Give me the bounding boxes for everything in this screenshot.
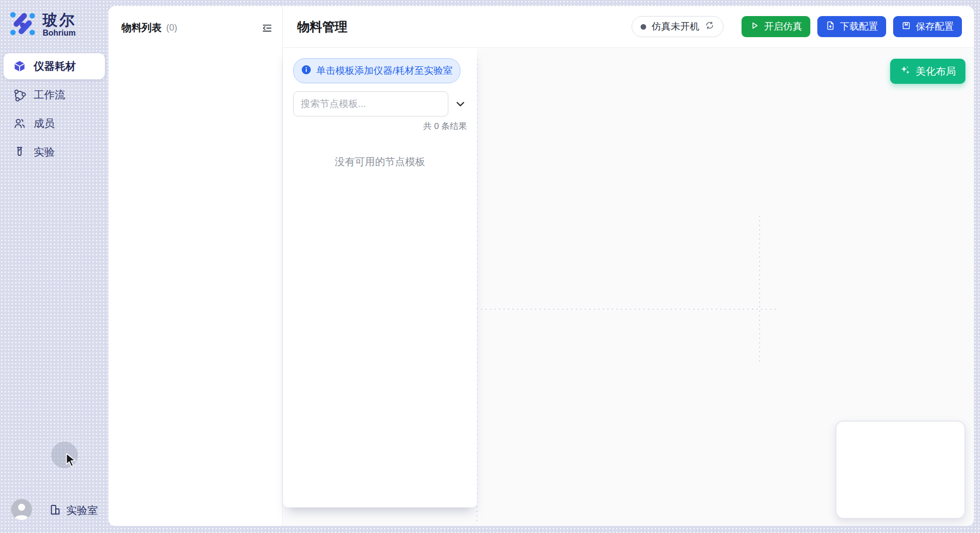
info-icon (301, 65, 311, 77)
play-icon (750, 21, 760, 33)
save-config-label: 保存配置 (916, 20, 954, 33)
template-hint-banner: 单击模板添加仪器/耗材至实验室 (293, 58, 460, 83)
cube-icon (13, 60, 26, 73)
status-dot (641, 24, 646, 30)
start-simulation-button[interactable]: 开启仿真 (742, 16, 810, 37)
status-label: 仿真未开机 (652, 20, 699, 33)
members-icon (13, 117, 26, 130)
beautify-layout-button[interactable]: 美化布局 (890, 59, 965, 84)
building-icon (49, 503, 62, 518)
template-search-row (293, 91, 467, 116)
node-template-panel: 单击模板添加仪器/耗材至实验室 共 0 条结果 没有可用的节点模板 (283, 48, 477, 507)
brand-name-zh: 玻尔 (43, 12, 76, 29)
sidebar-item-instruments[interactable]: 仪器耗材 (4, 53, 105, 79)
result-count: 共 0 条结果 (293, 120, 467, 132)
sidebar-item-label: 实验 (34, 145, 55, 159)
materials-list-title: 物料列表 (121, 21, 162, 35)
materials-list-header: 物料列表 (0) (108, 6, 282, 35)
refresh-icon[interactable] (705, 21, 714, 33)
canvas-guide-vertical (759, 216, 760, 361)
sidebar-bottom: 实验室 (0, 499, 108, 522)
page-title: 物料管理 (297, 19, 347, 35)
main-region: 物料管理 仿真未开机 (283, 6, 974, 526)
sidebar-item-experiments[interactable]: 实验 (4, 139, 105, 165)
sparkles-icon (900, 65, 911, 78)
lab-label: 实验室 (66, 503, 98, 517)
sidebar-item-workflow[interactable]: 工作流 (4, 82, 105, 108)
mouse-cursor (63, 452, 78, 468)
lab-entry[interactable]: 实验室 (49, 503, 98, 518)
main-card: 物料列表 (0) 物料管理 仿真未开机 (108, 6, 974, 526)
download-config-button[interactable]: 下载配置 (817, 16, 886, 37)
flow-canvas[interactable]: 单击模板添加仪器/耗材至实验室 共 0 条结果 没有可用的节点模板 (283, 48, 974, 526)
brand-name-en: Bohrium (43, 29, 76, 38)
sidebar-item-label: 工作流 (34, 88, 65, 102)
save-icon (901, 21, 911, 33)
download-config-label: 下载配置 (840, 20, 878, 33)
empty-templates-text: 没有可用的节点模板 (293, 155, 467, 169)
simulation-status-pill[interactable]: 仿真未开机 (632, 16, 723, 37)
user-avatar[interactable] (11, 499, 32, 522)
collapse-panel-icon[interactable] (261, 22, 273, 34)
start-simulation-label: 开启仿真 (764, 20, 802, 33)
materials-list-count: (0) (166, 23, 177, 33)
materials-list-panel: 物料列表 (0) (108, 6, 283, 526)
sidebar-item-label: 仪器耗材 (34, 59, 76, 73)
file-download-icon (825, 21, 835, 33)
sidebar-item-members[interactable]: 成员 (4, 110, 105, 137)
workflow-icon (13, 88, 26, 101)
main-header: 物料管理 仿真未开机 (283, 6, 974, 48)
template-hint-text: 单击模板添加仪器/耗材至实验室 (316, 64, 452, 77)
brand-logo: 玻尔 Bohrium (8, 9, 108, 40)
experiment-icon (13, 146, 26, 159)
chevron-down-icon[interactable] (455, 98, 467, 110)
bohrium-logo-icon (8, 9, 37, 40)
beautify-layout-label: 美化布局 (916, 65, 956, 78)
sidebar-nav: 仪器耗材 工作流 成员 (0, 53, 108, 165)
save-config-button[interactable]: 保存配置 (893, 16, 962, 37)
minimap[interactable] (835, 421, 965, 519)
search-input[interactable] (293, 91, 448, 116)
canvas-guide-horizontal (476, 309, 778, 310)
sidebar-item-label: 成员 (34, 116, 55, 130)
